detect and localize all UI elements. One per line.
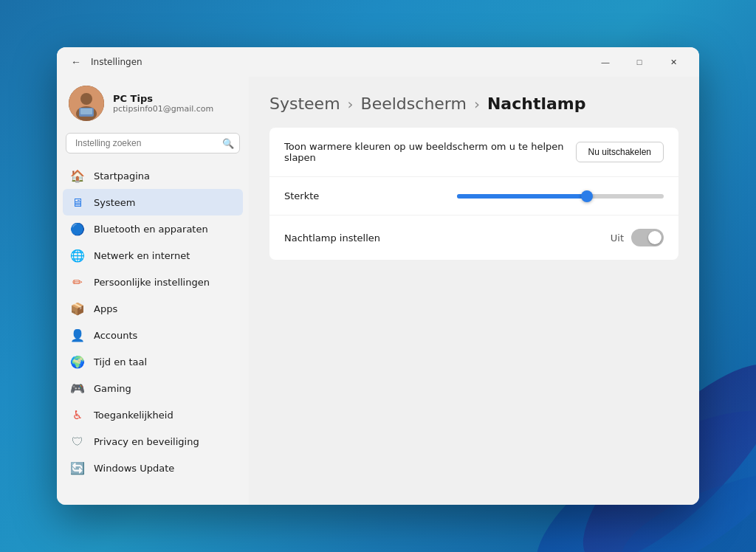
system-icon: 🖥 [70, 195, 85, 210]
sidebar-label-accounts: Accounts [94, 330, 137, 341]
user-profile: PC Tips pctipsinfo01@gmail.com [57, 77, 249, 133]
sidebar-label-bluetooth: Bluetooth en apparaten [94, 224, 208, 235]
breadcrumb: Systeem › Beeldscherm › Nachtlamp [269, 94, 678, 113]
sidebar-label-privacy: Privacy en beveiliging [94, 436, 199, 447]
slider-fill [457, 194, 587, 199]
sidebar-item-update[interactable]: 🔄Windows Update [63, 455, 243, 481]
home-icon: 🏠 [70, 168, 85, 183]
sidebar-label-apps: Apps [94, 303, 117, 314]
back-button[interactable]: ← [66, 52, 86, 72]
sidebar-item-gaming[interactable]: 🎮Gaming [63, 375, 243, 401]
main-content: PC Tips pctipsinfo01@gmail.com 🔍 🏠Startp… [57, 77, 699, 505]
svg-rect-7 [80, 108, 92, 114]
avatar [69, 86, 104, 121]
strength-slider-container [457, 194, 664, 199]
sidebar-item-time[interactable]: 🌍Tijd en taal [63, 348, 243, 375]
search-box: 🔍 [66, 133, 240, 153]
sidebar-item-accounts[interactable]: 👤Accounts [63, 322, 243, 348]
search-input[interactable] [66, 133, 240, 153]
update-icon: 🔄 [70, 460, 85, 475]
toggle-state-label: Uit [611, 232, 624, 244]
sidebar-label-home: Startpagina [94, 170, 150, 182]
slider-track[interactable] [457, 194, 664, 199]
user-email: pctipsinfo01@gmail.com [113, 104, 213, 114]
slider-thumb[interactable] [581, 190, 593, 202]
sidebar-label-time: Tijd en taal [94, 356, 147, 368]
breadcrumb-part2: Beeldscherm [361, 94, 467, 113]
accessibility-icon: ♿ [70, 407, 85, 422]
settings-window: ← Instellingen — □ ✕ [57, 47, 699, 505]
sidebar-label-system: Systeem [94, 197, 135, 208]
personalize-icon: ✏️ [70, 275, 85, 289]
sidebar-label-gaming: Gaming [94, 383, 131, 394]
breadcrumb-sep1: › [348, 95, 354, 113]
breadcrumb-part1: Systeem [269, 94, 340, 113]
schedule-label: Nachtlamp instellen [284, 232, 611, 244]
svg-point-4 [80, 93, 92, 105]
search-icon: 🔍 [222, 138, 234, 149]
sidebar-item-home[interactable]: 🏠Startpagina [63, 162, 243, 189]
strength-label: Sterkte [284, 190, 457, 201]
accounts-icon: 👤 [70, 328, 85, 342]
strength-row: Sterkte [269, 177, 678, 215]
content-area: Systeem › Beeldscherm › Nachtlamp Toon w… [249, 77, 699, 505]
window-controls: — □ ✕ [588, 50, 690, 74]
description-text: Toon warmere kleuren op uw beeldscherm o… [284, 141, 576, 163]
apps-icon: 📦 [70, 301, 85, 316]
bluetooth-icon: 🔵 [70, 221, 85, 236]
toggle-knob [648, 231, 662, 244]
sidebar-item-accessibility[interactable]: ♿Toegankelijkheid [63, 401, 243, 428]
breadcrumb-current: Nachtlamp [487, 94, 586, 113]
description-row: Toon warmere kleuren op uw beeldscherm o… [269, 128, 678, 177]
user-info: PC Tips pctipsinfo01@gmail.com [113, 93, 213, 114]
sidebar-item-system[interactable]: 🖥Systeem [63, 189, 243, 215]
sidebar-label-network: Netwerk en internet [94, 250, 190, 261]
close-button[interactable]: ✕ [656, 50, 690, 74]
gaming-icon: 🎮 [70, 381, 85, 396]
toggle-container: Uit [611, 229, 664, 246]
nightlight-toggle[interactable] [631, 229, 664, 246]
sidebar-item-apps[interactable]: 📦Apps [63, 295, 243, 322]
breadcrumb-sep2: › [474, 95, 480, 113]
schedule-row: Nachtlamp instellen Uit [269, 215, 678, 260]
minimize-button[interactable]: — [588, 50, 622, 74]
time-icon: 🌍 [70, 354, 85, 369]
network-icon: 🌐 [70, 248, 85, 263]
avatar-image [69, 86, 104, 121]
sidebar-label-accessibility: Toegankelijkheid [94, 410, 173, 421]
nightlight-card: Toon warmere kleuren op uw beeldscherm o… [269, 128, 678, 260]
sidebar-label-update: Windows Update [94, 463, 174, 474]
sidebar-label-personalize: Persoonlijke instellingen [94, 277, 210, 288]
user-name: PC Tips [113, 93, 213, 104]
nav-list: 🏠Startpagina🖥Systeem🔵Bluetooth en appara… [57, 162, 249, 481]
titlebar: ← Instellingen — □ ✕ [57, 47, 699, 77]
sidebar-item-personalize[interactable]: ✏️Persoonlijke instellingen [63, 269, 243, 295]
maximize-button[interactable]: □ [622, 50, 656, 74]
sidebar: PC Tips pctipsinfo01@gmail.com 🔍 🏠Startp… [57, 77, 249, 505]
sidebar-item-bluetooth[interactable]: 🔵Bluetooth en apparaten [63, 215, 243, 242]
disable-button[interactable]: Nu uitschakelen [576, 142, 664, 162]
privacy-icon: 🛡 [70, 434, 85, 449]
sidebar-item-privacy[interactable]: 🛡Privacy en beveiliging [63, 428, 243, 455]
window-title: Instellingen [91, 57, 588, 67]
sidebar-item-network[interactable]: 🌐Netwerk en internet [63, 242, 243, 269]
